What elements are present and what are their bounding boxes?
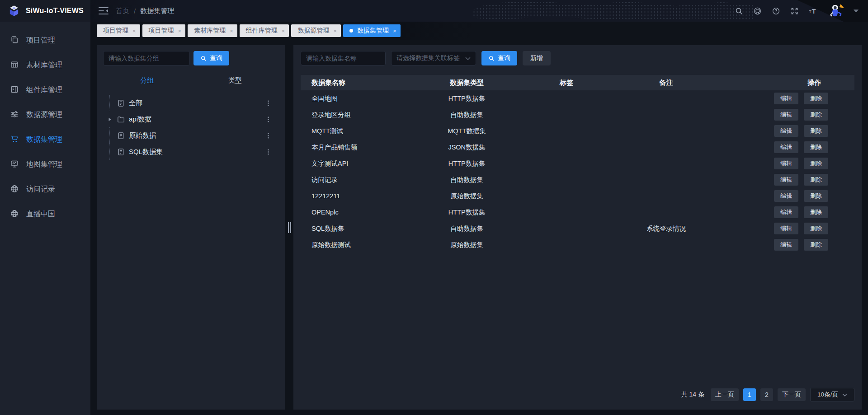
edit-button[interactable]: 编辑 xyxy=(774,239,798,251)
tab-项目管理[interactable]: 项目管理× xyxy=(97,24,140,37)
add-dataset-button[interactable]: 新增 xyxy=(523,51,551,65)
cell-actions: 编辑删除 xyxy=(722,174,854,186)
delete-button[interactable]: 删除 xyxy=(804,174,828,186)
pagination-next-button[interactable]: 下一页 xyxy=(778,388,806,401)
tab-数据集管理[interactable]: 数据集管理× xyxy=(343,24,401,37)
edit-button[interactable]: 编辑 xyxy=(774,141,798,153)
edit-button[interactable]: 编辑 xyxy=(774,190,798,202)
chevron-down-icon xyxy=(842,393,847,396)
tab-group[interactable]: 分组 xyxy=(103,76,191,85)
app-root: SiWu-IoT-VIEWS 项目管理素材库管理组件库管理数据源管理数据集管理地… xyxy=(0,0,868,415)
dataset-tag-select[interactable]: 请选择数据集关联标签 xyxy=(391,51,476,65)
delete-button[interactable]: 删除 xyxy=(804,158,828,169)
delete-button[interactable]: 删除 xyxy=(804,239,828,251)
sidebar-item-素材库管理[interactable]: 素材库管理 xyxy=(0,53,90,78)
delete-button[interactable]: 删除 xyxy=(804,93,828,104)
tree-node-label: 全部 xyxy=(129,99,265,107)
table-row: 原始数据测试原始数据集编辑删除 xyxy=(301,237,854,253)
tab-close-icon[interactable]: × xyxy=(333,28,337,34)
cell-actions: 编辑删除 xyxy=(722,239,854,251)
tab-close-icon[interactable]: × xyxy=(132,28,136,34)
datasource-icon xyxy=(10,110,19,120)
sidebar-item-数据集管理[interactable]: 数据集管理 xyxy=(0,127,90,152)
caret-right-icon[interactable] xyxy=(107,111,113,127)
delete-button[interactable]: 删除 xyxy=(804,206,828,218)
tab-close-icon[interactable]: × xyxy=(282,28,285,34)
help-icon[interactable] xyxy=(771,6,780,15)
tree-node-SQL数据集[interactable]: SQL数据集 xyxy=(103,144,279,160)
edit-button[interactable]: 编辑 xyxy=(774,174,798,186)
dataset-name-input[interactable] xyxy=(301,51,386,65)
sidebar-item-组件库管理[interactable]: 组件库管理 xyxy=(0,78,90,103)
tab-项目管理[interactable]: 项目管理× xyxy=(142,24,186,37)
sidebar-item-直播中国[interactable]: 直播中国 xyxy=(0,202,90,227)
delete-button[interactable]: 删除 xyxy=(804,141,828,153)
user-menu-caret-icon[interactable] xyxy=(854,9,859,13)
tree-guide-line xyxy=(107,144,113,160)
cell-actions: 编辑删除 xyxy=(722,223,854,234)
cell-dataset-name: 全国地图 xyxy=(301,94,411,103)
tab-close-icon[interactable]: × xyxy=(230,28,233,34)
tab-close-icon[interactable]: × xyxy=(393,28,396,34)
globe-icon xyxy=(10,185,19,195)
delete-button[interactable]: 删除 xyxy=(804,109,828,121)
cell-dataset-name: MQTT测试 xyxy=(301,127,411,135)
tab-type[interactable]: 类型 xyxy=(191,76,279,85)
pagination-page-1[interactable]: 1 xyxy=(743,388,756,401)
node-menu-kebab-icon[interactable] xyxy=(265,132,272,140)
chevron-down-icon xyxy=(465,57,471,60)
tab-数据源管理[interactable]: 数据源管理× xyxy=(291,24,341,37)
breadcrumb-home[interactable]: 首页 xyxy=(116,7,129,15)
magnifier-icon xyxy=(488,55,495,61)
search-icon[interactable] xyxy=(734,6,743,15)
sidebar-item-数据源管理[interactable]: 数据源管理 xyxy=(0,103,90,127)
edit-button[interactable]: 编辑 xyxy=(774,93,798,104)
column-header-备注: 备注 xyxy=(611,79,722,87)
group-query-button[interactable]: 查询 xyxy=(193,51,229,65)
column-header-label: 备注 xyxy=(660,79,673,86)
pagination-pages: 12 xyxy=(743,388,773,401)
fullscreen-icon[interactable] xyxy=(790,6,799,15)
sidebar-item-label: 访问记录 xyxy=(26,185,55,194)
node-menu-kebab-icon[interactable] xyxy=(265,99,272,107)
sidebar-item-地图集管理[interactable]: 地图集管理 xyxy=(0,152,90,177)
node-menu-kebab-icon[interactable] xyxy=(265,148,272,156)
tree-node-原始数据[interactable]: 原始数据 xyxy=(103,127,279,144)
font-size-icon[interactable]: T T xyxy=(808,6,817,15)
pagination-prev-button[interactable]: 上一页 xyxy=(711,388,739,401)
delete-button[interactable]: 删除 xyxy=(804,223,828,234)
edit-button[interactable]: 编辑 xyxy=(774,125,798,137)
edit-button[interactable]: 编辑 xyxy=(774,158,798,169)
edit-button[interactable]: 编辑 xyxy=(774,206,798,218)
cell-dataset-name: 12212211 xyxy=(301,192,411,200)
cell-dataset-name: 访问记录 xyxy=(301,176,411,184)
tab-组件库管理[interactable]: 组件库管理× xyxy=(240,24,289,37)
tab-素材库管理[interactable]: 素材库管理× xyxy=(188,24,237,37)
tree-node-api数据[interactable]: api数据 xyxy=(103,111,279,127)
dataset-query-button[interactable]: 查询 xyxy=(481,51,517,65)
sidebar-item-访问记录[interactable]: 访问记录 xyxy=(0,177,90,202)
node-menu-kebab-icon[interactable] xyxy=(265,116,272,123)
edit-button[interactable]: 编辑 xyxy=(774,109,798,121)
tree-node-label: api数据 xyxy=(129,115,265,124)
tree-node-全部[interactable]: 全部 xyxy=(103,95,279,111)
project-icon xyxy=(10,36,19,46)
github-icon[interactable] xyxy=(753,6,762,15)
page-size-select[interactable]: 10条/页 xyxy=(810,388,854,401)
panel-divider xyxy=(285,45,293,410)
group-search-input[interactable] xyxy=(103,51,190,65)
breadcrumb-current: 数据集管理 xyxy=(140,7,174,15)
delete-button[interactable]: 删除 xyxy=(804,125,828,137)
column-header-标签: 标签 xyxy=(522,79,611,87)
sidebar-item-项目管理[interactable]: 项目管理 xyxy=(0,28,90,53)
table-row: 本月产品销售额JSON数据集编辑删除 xyxy=(301,139,854,155)
sidebar-item-label: 项目管理 xyxy=(26,36,55,45)
delete-button[interactable]: 删除 xyxy=(804,190,828,202)
menu-collapse-icon[interactable] xyxy=(99,7,108,15)
sidebar-item-label: 地图集管理 xyxy=(26,160,62,169)
split-drag-handle[interactable] xyxy=(288,222,291,233)
user-avatar[interactable] xyxy=(829,3,844,19)
edit-button[interactable]: 编辑 xyxy=(774,223,798,234)
pagination-page-2[interactable]: 2 xyxy=(760,388,773,401)
tab-close-icon[interactable]: × xyxy=(178,28,182,34)
